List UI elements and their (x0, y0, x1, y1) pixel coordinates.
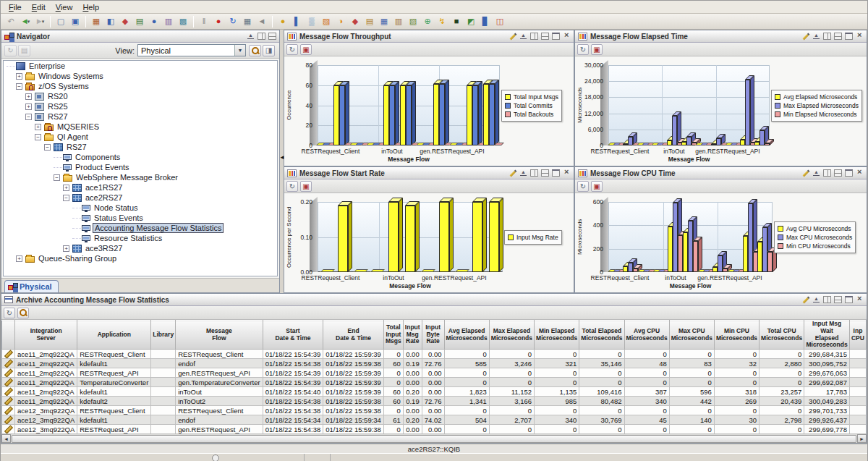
split-horizontal-icon[interactable] (834, 33, 842, 40)
edit-link-icon[interactable] (4, 425, 12, 432)
split-horizontal-icon[interactable] (268, 33, 276, 40)
close-icon[interactable] (856, 296, 864, 303)
raise-panel-icon[interactable] (812, 169, 820, 177)
expand-icon[interactable]: + (63, 245, 69, 252)
refresh-now-icon[interactable]: ↻ (226, 15, 239, 28)
tree-item[interactable]: Status Events (4, 213, 277, 223)
close-icon[interactable] (856, 33, 864, 40)
message-log-view-icon[interactable]: ▥ (392, 15, 405, 28)
split-vertical-icon[interactable] (258, 33, 265, 40)
stop-refresh-icon[interactable]: ● (212, 15, 225, 28)
view-select[interactable]: Physical ▼ (137, 44, 246, 56)
collapse-icon[interactable]: − (25, 114, 32, 120)
chevron-down-icon[interactable]: ▼ (234, 45, 245, 56)
column-header[interactable]: Avg Elapsed Microseconds (444, 321, 489, 350)
column-header[interactable]: Input Msg Rate (403, 321, 422, 350)
pause-refresh-icon[interactable]: ‖ (197, 15, 210, 28)
raise-panel-icon[interactable] (519, 33, 527, 40)
tree-item[interactable]: +MQSERIES (4, 122, 277, 132)
collapse-icon[interactable]: − (44, 144, 51, 151)
tree-item[interactable]: −RS27 (4, 111, 277, 122)
tree-item[interactable]: Node Status (4, 203, 277, 213)
split-vertical-icon[interactable] (823, 33, 831, 40)
edit-link-icon[interactable] (4, 378, 12, 385)
expand-icon[interactable]: + (16, 73, 22, 80)
notebook-view-icon[interactable]: ▧ (407, 15, 420, 28)
edit-link-icon[interactable] (4, 368, 12, 376)
browser-view-icon[interactable]: ⊕ (421, 15, 434, 28)
column-header[interactable]: Inp CPU (849, 321, 866, 350)
edit-view-icon[interactable] (801, 169, 809, 177)
column-header[interactable]: Total CPU Microseconds (760, 321, 804, 350)
scroll-left-icon[interactable]: ◄ (1, 434, 11, 443)
refresh-icon[interactable]: ↻ (577, 181, 589, 192)
tree-item[interactable]: +RS20 (4, 91, 277, 101)
bar-chart-view-icon[interactable]: ▌ (291, 15, 304, 28)
splitter[interactable]: ◄ (280, 30, 284, 293)
snapshot-icon[interactable]: ▣ (591, 44, 603, 55)
edit-view-icon[interactable] (509, 169, 516, 177)
tree-item[interactable]: −RS27 (4, 142, 277, 152)
maximize-icon[interactable] (845, 169, 853, 177)
user-admin-icon[interactable]: ● (148, 15, 161, 28)
refresh-icon[interactable]: ↻ (286, 44, 298, 55)
collapse-icon[interactable]: − (35, 134, 41, 140)
expand-icon[interactable]: + (25, 93, 32, 100)
sound-icon[interactable]: ◄ (255, 15, 268, 28)
table-view-icon[interactable]: ▦ (378, 15, 391, 28)
horizontal-scrollbar[interactable]: ◄ ► (1, 433, 867, 443)
close-icon[interactable] (856, 169, 864, 177)
forward-icon[interactable]: ►▾ (33, 15, 46, 28)
tree-item[interactable]: Resource Statistics (4, 233, 277, 243)
collapse-icon[interactable]: − (63, 195, 69, 201)
refresh-icon[interactable]: ↻ (4, 308, 15, 318)
tree-item[interactable]: +ace3RS27 (4, 243, 277, 253)
snapshot-icon[interactable]: ▣ (300, 44, 312, 55)
split-vertical-icon[interactable] (823, 296, 831, 303)
undo-navigation-icon[interactable]: ↶ (4, 15, 17, 28)
maximize-icon[interactable] (845, 296, 853, 303)
pending-updates-icon[interactable]: ▤ (18, 45, 30, 56)
find-icon[interactable] (17, 308, 29, 318)
graphic-view-icon[interactable]: ◩ (464, 15, 477, 28)
maximize-icon[interactable] (845, 33, 853, 40)
manage-systems-icon[interactable]: ▩ (176, 15, 190, 28)
query-editor-icon[interactable]: ▤ (133, 15, 146, 28)
column-header[interactable] (2, 321, 15, 350)
split-view-icon[interactable]: ◫ (493, 15, 506, 28)
pie-chart-view-icon[interactable]: ● (276, 15, 289, 28)
expand-icon[interactable]: + (25, 103, 32, 110)
tree-item[interactable]: −QI Agent (4, 132, 277, 142)
column-header[interactable]: Input Msg Wait Elapsed Microseconds (804, 321, 850, 350)
split-vertical-icon[interactable] (823, 169, 831, 177)
split-horizontal-icon[interactable] (541, 33, 549, 40)
collapse-icon[interactable]: − (16, 83, 22, 90)
column-header[interactable]: Start Date & Time (263, 321, 323, 350)
snapshot-icon[interactable]: ▣ (300, 181, 312, 192)
expand-icon[interactable]: + (35, 124, 41, 130)
apply-pending-updates-icon[interactable]: ↻ (4, 45, 17, 56)
picture-view-icon[interactable]: ▨ (320, 15, 333, 28)
edit-view-icon[interactable] (801, 296, 809, 303)
menu-help[interactable]: Help (77, 2, 104, 12)
column-header[interactable]: Total Input Msgs (383, 321, 403, 350)
tree-item[interactable]: −WebSphere Message Broker (4, 172, 277, 182)
scrollbar-thumb[interactable] (12, 435, 856, 443)
workspace-gallery-icon[interactable]: ◨ (263, 45, 275, 56)
column-header[interactable]: Total Elapsed Microseconds (579, 321, 624, 350)
notepad-view-icon[interactable]: ▤ (363, 15, 376, 28)
snapshot-icon[interactable]: ▣ (591, 181, 603, 192)
edit-link-icon[interactable] (4, 415, 12, 423)
split-vertical-icon[interactable] (530, 169, 538, 177)
tree-item[interactable]: −ace2RS27 (4, 193, 277, 203)
tree-item[interactable]: Product Events (4, 162, 277, 172)
edit-link-icon[interactable] (4, 406, 12, 413)
tree-item[interactable]: +RS25 (4, 101, 277, 111)
raise-panel-icon[interactable] (519, 169, 527, 177)
column-header[interactable]: Application (77, 321, 151, 350)
edit-link-icon[interactable] (4, 350, 12, 357)
column-header[interactable]: Message Flow (176, 321, 263, 350)
split-horizontal-icon[interactable] (834, 296, 842, 303)
event-console-icon[interactable]: ▦ (241, 15, 254, 28)
topology-view-icon[interactable]: ▊ (479, 15, 492, 28)
